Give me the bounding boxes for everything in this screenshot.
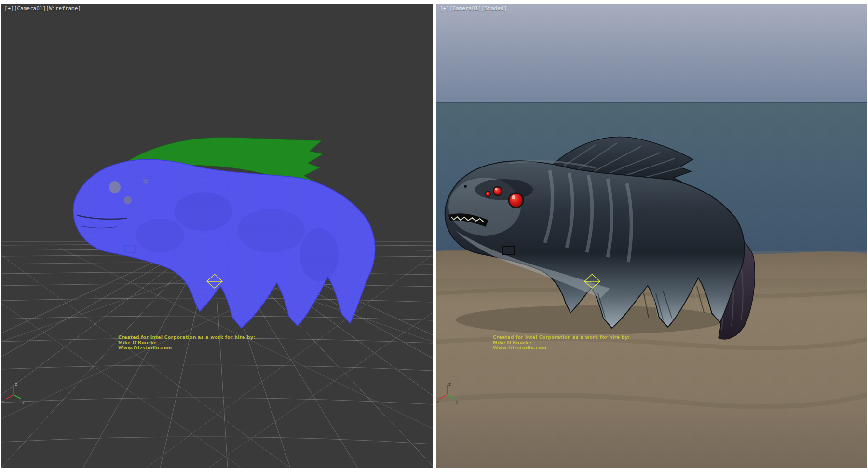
viewport-menu-camera[interactable]: [Camera01] [14, 5, 46, 12]
fish-wireframe-body[interactable] [73, 159, 375, 328]
split-viewport-stage: z x y [+][Camera01][Wireframe] Created f… [0, 0, 868, 472]
axis-x-label: x [2, 400, 5, 404]
viewport-label: [+][Camera01][Shaded] [440, 5, 507, 12]
axis-y-label: y [22, 399, 25, 404]
watermark-line: Created for Intel Corporation as a work … [493, 334, 630, 340]
viewport-menu-camera[interactable]: [Camera01] [449, 5, 481, 12]
axis-z-label: z [15, 382, 17, 387]
viewport-menu-shading[interactable]: [Shaded] [481, 5, 507, 12]
viewport-menu-open[interactable]: [+] [440, 5, 449, 12]
axis-x-label: x [436, 400, 439, 404]
viewport-shaded[interactable]: z x y [+][Camera01][Shaded] Created for … [436, 4, 867, 468]
viewport-menu-shading[interactable]: [Wireframe] [46, 5, 81, 12]
viewport-menu-open[interactable]: [+] [4, 5, 14, 12]
wireframe-scene: z x y [1, 4, 433, 468]
eye-spot [124, 196, 132, 204]
axis-y-label: y [456, 399, 459, 404]
watermark-line: Mike O'Rourke [493, 340, 630, 345]
watermark: Created for Intel Corporation as a work … [493, 334, 630, 350]
world-axis-tripod: z x y [2, 382, 25, 404]
watermark-line: Mike O'Rourke [118, 340, 255, 345]
viewport-wireframe[interactable]: z x y [+][Camera01][Wireframe] Created f… [1, 4, 433, 468]
watermark-line: Created for Intel Corporation as a work … [118, 334, 255, 340]
viewport-label: [+][Camera01][Wireframe] [4, 5, 81, 12]
eye-spot [109, 181, 121, 193]
fish-shadow [456, 305, 726, 334]
watermark-line: Www.frlzstudio.com [493, 345, 630, 350]
watermark: Created for Intel Corporation as a work … [118, 334, 255, 350]
axis-z-label: z [448, 382, 451, 387]
shaded-scene: z x y [436, 4, 867, 468]
watermark-line: Www.frlzstudio.com [118, 345, 255, 350]
